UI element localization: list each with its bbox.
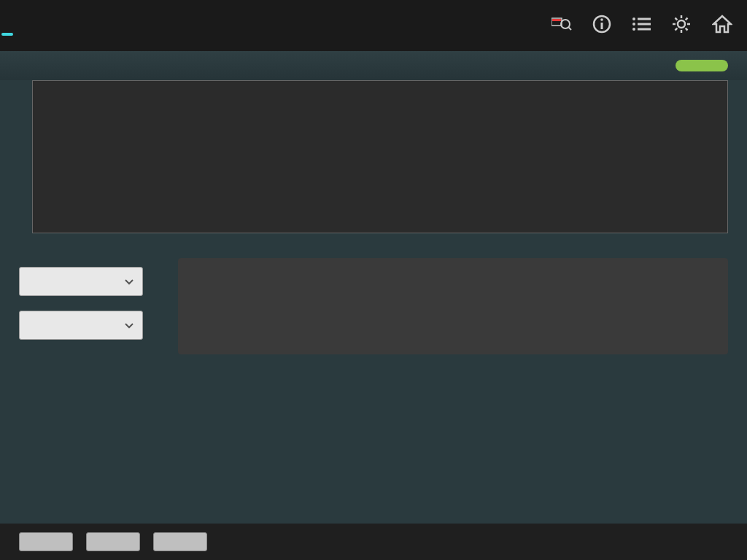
svg-point-13 <box>678 20 685 28</box>
svg-line-21 <box>686 18 688 20</box>
list-icon[interactable] <box>632 16 651 35</box>
chevron-down-icon <box>125 275 133 288</box>
svg-rect-8 <box>638 18 651 20</box>
svg-rect-10 <box>638 23 651 26</box>
live-lift-button[interactable] <box>153 532 207 551</box>
svg-point-5 <box>600 18 603 21</box>
chart-area <box>0 80 747 248</box>
svg-rect-6 <box>601 23 603 29</box>
chevron-down-icon <box>125 319 133 332</box>
clear-all-button[interactable] <box>86 532 140 551</box>
svg-point-7 <box>632 18 635 20</box>
clear-live-button[interactable] <box>19 532 73 551</box>
svg-point-11 <box>632 28 635 31</box>
svg-rect-12 <box>638 28 651 31</box>
info-icon[interactable] <box>592 15 611 36</box>
frequency-response-chart <box>32 80 728 233</box>
svg-rect-1 <box>552 19 561 21</box>
edit-badge <box>1 33 13 36</box>
home-icon[interactable] <box>712 15 732 36</box>
svg-line-18 <box>676 18 678 20</box>
app-header <box>0 0 747 51</box>
svg-line-19 <box>686 28 688 31</box>
svg-line-3 <box>568 27 571 30</box>
svg-point-9 <box>632 23 635 26</box>
svg-line-20 <box>676 28 678 31</box>
slider-panel <box>178 258 728 354</box>
type-dropdown[interactable] <box>19 311 143 340</box>
footer <box>0 524 747 560</box>
gear-icon[interactable] <box>671 14 692 37</box>
power-button[interactable] <box>676 60 728 71</box>
mode-dropdown[interactable] <box>19 267 143 296</box>
wizard-icon[interactable] <box>551 17 572 34</box>
title-bar <box>0 51 747 80</box>
